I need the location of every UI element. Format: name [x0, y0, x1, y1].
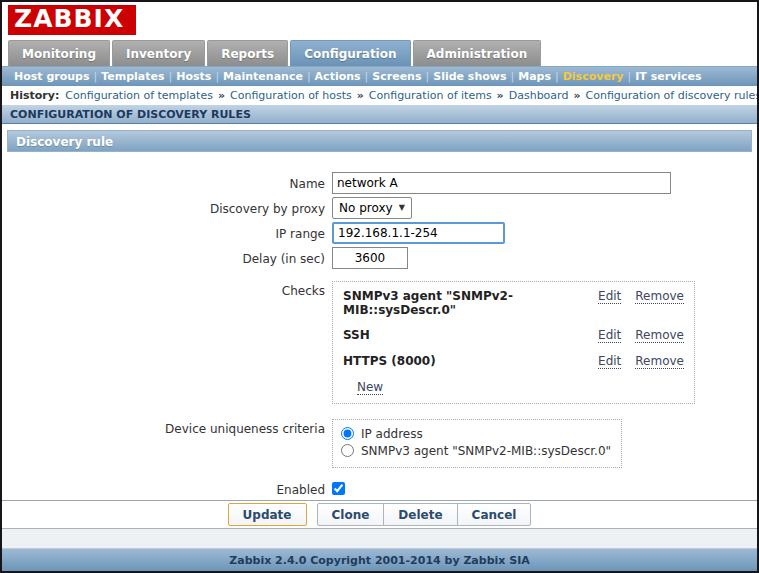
check-remove-link[interactable]: Remove: [635, 289, 684, 304]
form-row-delay: Delay (in sec): [2, 247, 757, 269]
subnav-host-groups[interactable]: Host groups: [10, 70, 94, 83]
proxy-selected-value: No proxy: [339, 201, 393, 215]
subnav-maps[interactable]: Maps: [514, 70, 555, 83]
delete-button[interactable]: Delete: [383, 503, 457, 526]
cancel-button[interactable]: Cancel: [457, 503, 532, 526]
check-edit-link[interactable]: Edit: [598, 354, 621, 369]
form-buttons: Update Clone Delete Cancel: [2, 501, 757, 530]
history-link-templates[interactable]: Configuration of templates: [65, 89, 213, 102]
ip-range-label: IP range: [2, 224, 332, 241]
tab-configuration[interactable]: Configuration: [290, 40, 410, 66]
breadcrumb-separator: »: [573, 89, 580, 102]
tab-reports[interactable]: Reports: [207, 40, 288, 66]
subnav-discovery[interactable]: Discovery: [559, 70, 628, 83]
form-row-ip-range: IP range: [2, 222, 757, 244]
checks-label: Checks: [2, 281, 332, 298]
uniqueness-option-snmpv3: SNMPv3 agent "SNMPv2-MIB::sysDescr.0": [341, 444, 611, 458]
check-edit-link[interactable]: Edit: [598, 289, 621, 304]
check-name: HTTPS (8000): [343, 354, 584, 368]
check-remove-link[interactable]: Remove: [635, 354, 684, 369]
snmpv3-agent-radio[interactable]: [341, 444, 354, 457]
discovery-rule-form: Name Discovery by proxy No proxy ▼ IP ra…: [2, 152, 757, 500]
breadcrumb-separator: »: [218, 89, 225, 102]
form-section-title: Discovery rule: [7, 130, 752, 152]
ip-address-radio-label: IP address: [361, 427, 423, 441]
history-link-discovery-rules[interactable]: Configuration of discovery rules: [586, 89, 759, 102]
check-name: SNMPv3 agent "SNMPv2-MIB::sysDescr.0": [343, 289, 584, 317]
subnav-slide-shows[interactable]: Slide shows: [429, 70, 510, 83]
sub-nav: Host groups| Templates| Hosts| Maintenan…: [2, 66, 757, 86]
proxy-select[interactable]: No proxy ▼: [332, 197, 412, 219]
history-link-hosts[interactable]: Configuration of hosts: [230, 89, 352, 102]
form-row-name: Name: [2, 172, 757, 194]
tab-inventory[interactable]: Inventory: [112, 40, 205, 66]
form-row-checks: Checks SNMPv3 agent "SNMPv2-MIB::sysDesc…: [2, 281, 757, 404]
breadcrumb-separator: »: [357, 89, 364, 102]
check-row-https: HTTPS (8000) Edit Remove: [343, 354, 684, 369]
secondary-button-group: Clone Delete Cancel: [317, 503, 532, 526]
dropdown-arrow-icon: ▼: [399, 203, 405, 212]
enabled-label: Enabled: [2, 480, 332, 497]
delay-label: Delay (in sec): [2, 249, 332, 266]
update-button[interactable]: Update: [228, 503, 307, 526]
subnav-it-services[interactable]: IT services: [631, 70, 705, 83]
zabbix-logo[interactable]: ZABBIX: [8, 5, 136, 35]
footer-spacer: [2, 529, 757, 548]
subnav-screens[interactable]: Screens: [368, 70, 425, 83]
main-nav: Monitoring Inventory Reports Configurati…: [2, 40, 757, 66]
breadcrumb-separator: »: [497, 89, 504, 102]
check-name: SSH: [343, 328, 584, 342]
clone-button[interactable]: Clone: [317, 503, 385, 526]
subnav-actions[interactable]: Actions: [311, 70, 365, 83]
uniqueness-options: IP address SNMPv3 agent "SNMPv2-MIB::sys…: [332, 419, 622, 468]
form-row-enabled: Enabled: [2, 480, 757, 497]
uniqueness-label: Device uniqueness criteria: [2, 419, 332, 436]
new-check-link[interactable]: New: [357, 380, 383, 395]
footer-copyright: Zabbix 2.4.0 Copyright 2001-2014 by Zabb…: [2, 548, 757, 571]
tab-monitoring[interactable]: Monitoring: [8, 40, 110, 66]
history-link-items[interactable]: Configuration of items: [369, 89, 492, 102]
snmpv3-agent-radio-label: SNMPv3 agent "SNMPv2-MIB::sysDescr.0": [361, 444, 611, 458]
proxy-label: Discovery by proxy: [2, 199, 332, 216]
check-row-new: New: [343, 380, 684, 395]
form-row-uniqueness: Device uniqueness criteria IP address SN…: [2, 419, 757, 468]
ip-address-radio[interactable]: [341, 427, 354, 440]
uniqueness-option-ip: IP address: [341, 427, 611, 441]
subnav-hosts[interactable]: Hosts: [172, 70, 215, 83]
breadcrumb: History: Configuration of templates» Con…: [2, 86, 757, 105]
page-title: CONFIGURATION OF DISCOVERY RULES: [2, 105, 757, 124]
history-link-dashboard[interactable]: Dashboard: [509, 89, 569, 102]
check-edit-link[interactable]: Edit: [598, 328, 621, 343]
check-remove-link[interactable]: Remove: [635, 328, 684, 343]
subnav-maintenance[interactable]: Maintenance: [219, 70, 307, 83]
app-window: ZABBIX Monitoring Inventory Reports Conf…: [0, 0, 759, 573]
checks-list: SNMPv3 agent "SNMPv2-MIB::sysDescr.0" Ed…: [332, 281, 695, 404]
check-row-ssh: SSH Edit Remove: [343, 328, 684, 343]
form-row-proxy: Discovery by proxy No proxy ▼: [2, 197, 757, 219]
name-input[interactable]: [332, 172, 671, 194]
top-bar: ZABBIX: [2, 2, 757, 40]
check-row-snmpv3: SNMPv3 agent "SNMPv2-MIB::sysDescr.0" Ed…: [343, 289, 684, 317]
delay-input[interactable]: [332, 247, 408, 269]
enabled-checkbox[interactable]: [332, 482, 345, 495]
name-label: Name: [2, 174, 332, 191]
subnav-templates[interactable]: Templates: [97, 70, 168, 83]
history-label: History:: [10, 89, 59, 102]
ip-range-input[interactable]: [332, 222, 505, 244]
tab-administration[interactable]: Administration: [413, 40, 542, 66]
